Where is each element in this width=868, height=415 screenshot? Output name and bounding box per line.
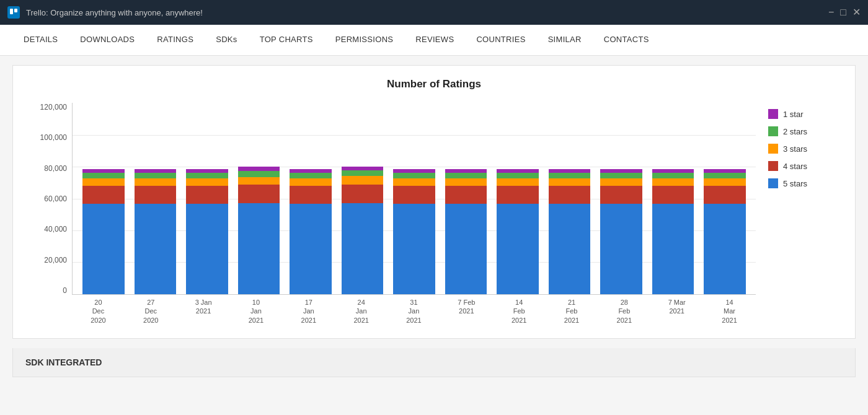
bar-segment-three-3 — [238, 177, 280, 185]
y-label-80k: 80,000 — [44, 164, 67, 173]
bar-segment-one-3 — [238, 167, 280, 171]
bar-segment-five-11 — [652, 204, 694, 294]
x-label-7: 7 Feb2021 — [440, 298, 493, 316]
bar-group-8 — [493, 103, 542, 294]
bar-segment-two-11 — [652, 173, 694, 178]
x-label-4: 17Jan2021 — [282, 298, 335, 325]
bar-segment-two-3 — [238, 171, 280, 177]
nav-item-downloads[interactable]: DOWNLOADS — [69, 25, 146, 55]
bar-segment-four-3 — [238, 185, 280, 203]
y-label-100k: 100,000 — [40, 133, 67, 142]
window-title: Trello: Organize anything with anyone, a… — [26, 8, 203, 17]
bar-segment-five-1 — [135, 204, 177, 294]
bar-segment-two-4 — [290, 173, 332, 178]
legend-item-5stars: 5 stars — [768, 178, 836, 188]
nav-item-similar[interactable]: SIMILAR — [537, 25, 593, 55]
y-label-40k: 40,000 — [44, 225, 67, 234]
legend-label-3stars: 3 stars — [783, 144, 807, 154]
bar-segment-four-2 — [186, 186, 228, 204]
window-controls: − □ ✕ — [828, 7, 861, 17]
nav-item-countries[interactable]: COUNTRIES — [465, 25, 536, 55]
nav-item-contacts[interactable]: CONTACTS — [593, 25, 660, 55]
bar-segment-four-7 — [445, 186, 487, 204]
legend-color-4stars — [768, 161, 778, 171]
bar-segment-four-10 — [600, 186, 642, 204]
sdk-section: SDK INTEGRATED — [12, 348, 856, 377]
chart-title: Number of Ratings — [32, 78, 836, 90]
legend-color-3stars — [768, 144, 778, 154]
bar-segment-four-5 — [342, 185, 384, 203]
bar-group-3 — [234, 103, 284, 294]
bar-segment-four-12 — [704, 186, 746, 204]
bar-segment-five-0 — [82, 204, 125, 294]
bar-segment-four-1 — [135, 186, 177, 204]
legend-item-1star: 1 star — [768, 109, 836, 119]
bar-segment-five-10 — [600, 204, 642, 294]
x-label-5: 24Jan2021 — [335, 298, 388, 325]
legend-item-3stars: 3 stars — [768, 144, 836, 154]
x-label-1: 27Dec2020 — [125, 298, 177, 325]
bar-segment-two-6 — [393, 173, 435, 178]
legend-item-2stars: 2 stars — [768, 126, 836, 136]
bar-group-4 — [286, 103, 335, 294]
bar-segment-five-4 — [290, 204, 332, 294]
bar-segment-two-10 — [600, 173, 642, 178]
y-label-120k: 120,000 — [40, 103, 67, 111]
bar-segment-two-2 — [186, 173, 228, 178]
main-content: Number of Ratings 120,000 100,000 80,000… — [12, 65, 856, 339]
nav-item-top-charts[interactable]: TOP CHARTS — [249, 25, 324, 55]
bar-group-6 — [389, 103, 439, 294]
bar-segment-two-7 — [445, 173, 487, 178]
bar-segment-three-2 — [186, 178, 228, 186]
bar-segment-five-7 — [445, 204, 487, 294]
nav-item-details[interactable]: DETAILS — [12, 25, 69, 55]
bar-segment-three-8 — [497, 178, 539, 186]
app-icon — [7, 6, 20, 19]
bar-segment-three-9 — [549, 178, 591, 186]
y-label-20k: 20,000 — [44, 256, 67, 264]
legend-color-2stars — [768, 126, 778, 136]
bar-group-0 — [79, 103, 128, 294]
chart-legend: 1 star 2 stars 3 stars 4 stars 5 stars — [768, 103, 836, 188]
bar-segment-three-5 — [342, 176, 384, 185]
nav-item-sdks[interactable]: SDKs — [205, 25, 248, 55]
x-axis: 20Dec202027Dec20203 Jan202110Jan202117Ja… — [72, 295, 756, 326]
nav-item-ratings[interactable]: RATINGS — [146, 25, 205, 55]
maximize-button[interactable]: □ — [840, 7, 846, 17]
bar-segment-five-5 — [342, 203, 384, 294]
navigation-bar: DETAILS DOWNLOADS RATINGS SDKs TOP CHART… — [0, 25, 868, 56]
bar-segment-four-6 — [393, 186, 435, 204]
nav-item-reviews[interactable]: REVIEWS — [404, 25, 465, 55]
bar-group-5 — [338, 103, 388, 294]
bar-segment-three-7 — [445, 178, 487, 186]
bar-group-9 — [545, 103, 595, 294]
chart-plot — [72, 103, 756, 295]
x-label-0: 20Dec2020 — [72, 298, 125, 325]
bar-segment-four-11 — [652, 186, 694, 204]
bar-segment-three-0 — [82, 178, 125, 186]
close-button[interactable]: ✕ — [852, 7, 861, 17]
bar-segment-four-8 — [497, 186, 539, 204]
bar-segment-two-1 — [135, 173, 177, 178]
x-label-3: 10Jan2021 — [230, 298, 283, 325]
legend-color-5stars — [768, 178, 778, 188]
x-label-10: 28Feb2021 — [598, 298, 650, 325]
y-label-0: 0 — [63, 286, 67, 295]
legend-item-4stars: 4 stars — [768, 161, 836, 171]
bar-segment-two-8 — [497, 173, 539, 178]
svg-rect-1 — [14, 9, 17, 12]
bar-segment-five-12 — [704, 204, 746, 294]
bar-segment-three-4 — [290, 178, 332, 186]
svg-rect-0 — [10, 9, 13, 14]
bar-group-12 — [700, 103, 750, 294]
x-label-11: 7 Mar2021 — [650, 298, 703, 316]
bar-segment-five-6 — [393, 204, 435, 294]
bar-segment-two-0 — [82, 173, 125, 178]
nav-item-permissions[interactable]: PERMISSIONS — [324, 25, 405, 55]
bar-segment-five-9 — [549, 204, 591, 294]
chart-area: 120,000 100,000 80,000 60,000 40,000 20,… — [32, 103, 836, 326]
minimize-button[interactable]: − — [828, 7, 834, 17]
x-label-9: 21Feb2021 — [546, 298, 598, 325]
legend-label-5stars: 5 stars — [783, 179, 807, 188]
bar-segment-two-5 — [342, 170, 384, 175]
